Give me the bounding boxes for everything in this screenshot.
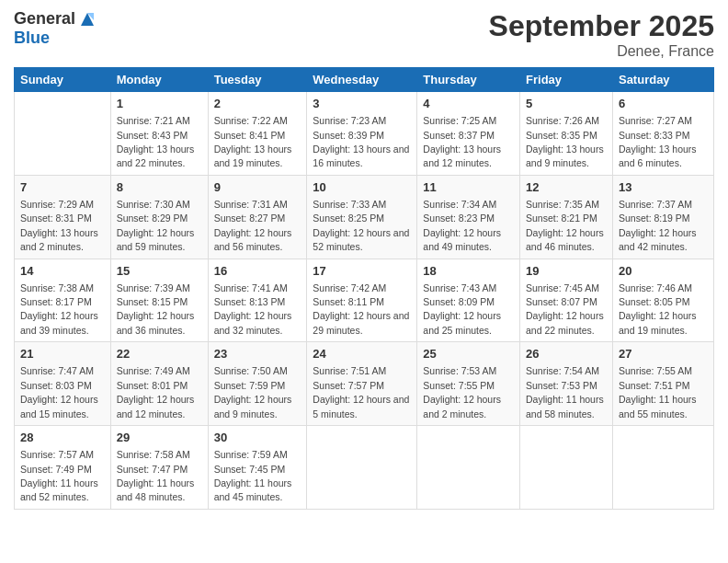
header-monday: Monday [110, 68, 208, 92]
daylight-info: Daylight: 13 hours and 9 minutes. [526, 144, 604, 168]
daylight-info: Daylight: 13 hours and 12 minutes. [423, 144, 501, 168]
day-number: 30 [214, 430, 301, 446]
daylight-info: Daylight: 12 hours and 46 minutes. [526, 227, 604, 252]
day-number: 2 [214, 96, 301, 112]
daylight-info: Daylight: 13 hours and 2 minutes. [20, 227, 98, 252]
sunset-info: Sunset: 8:35 PM [526, 130, 597, 141]
sunrise-info: Sunrise: 7:38 AM [20, 282, 94, 293]
day-number: 11 [423, 179, 514, 196]
sunset-info: Sunset: 8:31 PM [20, 213, 92, 224]
daylight-info: Daylight: 12 hours and 2 minutes. [423, 394, 501, 419]
day-number: 20 [619, 263, 708, 280]
table-row: 2 Sunrise: 7:22 AM Sunset: 8:41 PM Dayli… [208, 92, 307, 176]
table-row [520, 426, 613, 510]
sunrise-info: Sunrise: 7:35 AM [526, 199, 599, 210]
sunset-info: Sunset: 8:13 PM [214, 296, 286, 307]
sunrise-info: Sunrise: 7:42 AM [313, 282, 386, 293]
table-row [15, 92, 111, 176]
day-number: 12 [526, 179, 607, 196]
sunrise-info: Sunrise: 7:46 AM [619, 282, 692, 293]
day-number: 13 [619, 179, 708, 196]
sunrise-info: Sunrise: 7:22 AM [214, 115, 288, 126]
sunrise-info: Sunrise: 7:27 AM [619, 115, 692, 126]
title-location: Denee, France [489, 43, 714, 60]
table-row: 9 Sunrise: 7:31 AM Sunset: 8:27 PM Dayli… [208, 175, 307, 259]
sunrise-info: Sunrise: 7:55 AM [619, 365, 692, 376]
sunset-info: Sunset: 7:59 PM [214, 380, 286, 391]
sunrise-info: Sunrise: 7:33 AM [313, 199, 386, 210]
calendar-week-row: 28 Sunrise: 7:57 AM Sunset: 7:49 PM Dayl… [15, 426, 714, 510]
sunset-info: Sunset: 8:43 PM [117, 130, 188, 141]
header-friday: Friday [520, 68, 613, 92]
sunrise-info: Sunrise: 7:53 AM [423, 365, 496, 376]
sunrise-info: Sunrise: 7:59 AM [214, 449, 288, 460]
day-number: 18 [423, 263, 514, 280]
sunrise-info: Sunrise: 7:23 AM [313, 115, 386, 126]
sunset-info: Sunset: 7:57 PM [313, 380, 384, 391]
table-row: 27 Sunrise: 7:55 AM Sunset: 7:51 PM Dayl… [612, 342, 713, 426]
sunrise-info: Sunrise: 7:29 AM [20, 199, 94, 210]
daylight-info: Daylight: 12 hours and 29 minutes. [313, 310, 409, 335]
table-row: 6 Sunrise: 7:27 AM Sunset: 8:33 PM Dayli… [612, 92, 713, 176]
daylight-info: Daylight: 12 hours and 5 minutes. [313, 394, 409, 419]
logo-icon [77, 9, 97, 29]
daylight-info: Daylight: 11 hours and 58 minutes. [526, 394, 604, 419]
title-block: September 2025 Denee, France [489, 9, 714, 60]
table-row: 21 Sunrise: 7:47 AM Sunset: 8:03 PM Dayl… [15, 342, 111, 426]
sunrise-info: Sunrise: 7:26 AM [526, 115, 599, 126]
day-number: 26 [526, 346, 607, 362]
sunset-info: Sunset: 8:33 PM [619, 130, 690, 141]
logo-general: General [14, 10, 75, 29]
sunrise-info: Sunrise: 7:58 AM [117, 449, 190, 460]
day-number: 23 [214, 346, 301, 362]
sunset-info: Sunset: 7:53 PM [526, 380, 597, 391]
daylight-info: Daylight: 11 hours and 55 minutes. [619, 394, 697, 419]
sunrise-info: Sunrise: 7:47 AM [20, 365, 94, 376]
day-number: 27 [619, 346, 708, 362]
table-row: 17 Sunrise: 7:42 AM Sunset: 8:11 PM Dayl… [307, 259, 417, 342]
day-number: 3 [313, 96, 411, 112]
sunset-info: Sunset: 8:37 PM [423, 130, 495, 141]
sunrise-info: Sunrise: 7:39 AM [117, 282, 190, 293]
sunset-info: Sunset: 8:05 PM [619, 296, 690, 307]
calendar-table: Sunday Monday Tuesday Wednesday Thursday… [14, 67, 714, 510]
day-number: 4 [423, 96, 514, 112]
page-container: General Blue September 2025 Denee, Franc… [0, 0, 728, 519]
daylight-info: Daylight: 12 hours and 36 minutes. [117, 310, 195, 335]
daylight-info: Daylight: 12 hours and 12 minutes. [117, 394, 195, 419]
table-row: 16 Sunrise: 7:41 AM Sunset: 8:13 PM Dayl… [208, 259, 307, 342]
day-number: 10 [313, 179, 411, 196]
table-row: 25 Sunrise: 7:53 AM Sunset: 7:55 PM Dayl… [417, 342, 520, 426]
table-row: 12 Sunrise: 7:35 AM Sunset: 8:21 PM Dayl… [520, 175, 613, 259]
sunset-info: Sunset: 8:15 PM [117, 296, 188, 307]
sunset-info: Sunset: 8:27 PM [214, 213, 286, 224]
day-number: 17 [313, 263, 411, 280]
sunset-info: Sunset: 8:21 PM [526, 213, 597, 224]
table-row [612, 426, 713, 510]
daylight-info: Daylight: 12 hours and 59 minutes. [117, 227, 195, 252]
sunrise-info: Sunrise: 7:51 AM [313, 365, 386, 376]
sunrise-info: Sunrise: 7:37 AM [619, 199, 692, 210]
day-number: 29 [117, 430, 202, 446]
sunset-info: Sunset: 8:07 PM [526, 296, 597, 307]
table-row: 8 Sunrise: 7:30 AM Sunset: 8:29 PM Dayli… [110, 175, 208, 259]
calendar-header-row: Sunday Monday Tuesday Wednesday Thursday… [15, 68, 714, 92]
sunrise-info: Sunrise: 7:34 AM [423, 199, 496, 210]
table-row: 20 Sunrise: 7:46 AM Sunset: 8:05 PM Dayl… [612, 259, 713, 342]
header-sunday: Sunday [15, 68, 111, 92]
day-number: 24 [313, 346, 411, 362]
table-row: 24 Sunrise: 7:51 AM Sunset: 7:57 PM Dayl… [307, 342, 417, 426]
calendar-body: 1 Sunrise: 7:21 AM Sunset: 8:43 PM Dayli… [15, 92, 714, 510]
day-number: 16 [214, 263, 301, 280]
daylight-info: Daylight: 12 hours and 25 minutes. [423, 310, 501, 335]
calendar-week-row: 1 Sunrise: 7:21 AM Sunset: 8:43 PM Dayli… [15, 92, 714, 176]
daylight-info: Daylight: 13 hours and 16 minutes. [313, 144, 409, 168]
title-month: September 2025 [489, 9, 714, 43]
daylight-info: Daylight: 12 hours and 39 minutes. [20, 310, 98, 335]
table-row: 29 Sunrise: 7:58 AM Sunset: 7:47 PM Dayl… [110, 426, 208, 510]
sunset-info: Sunset: 8:19 PM [619, 213, 690, 224]
sunset-info: Sunset: 8:23 PM [423, 213, 495, 224]
header-thursday: Thursday [417, 68, 520, 92]
sunset-info: Sunset: 7:45 PM [214, 464, 286, 475]
sunset-info: Sunset: 7:55 PM [423, 380, 495, 391]
